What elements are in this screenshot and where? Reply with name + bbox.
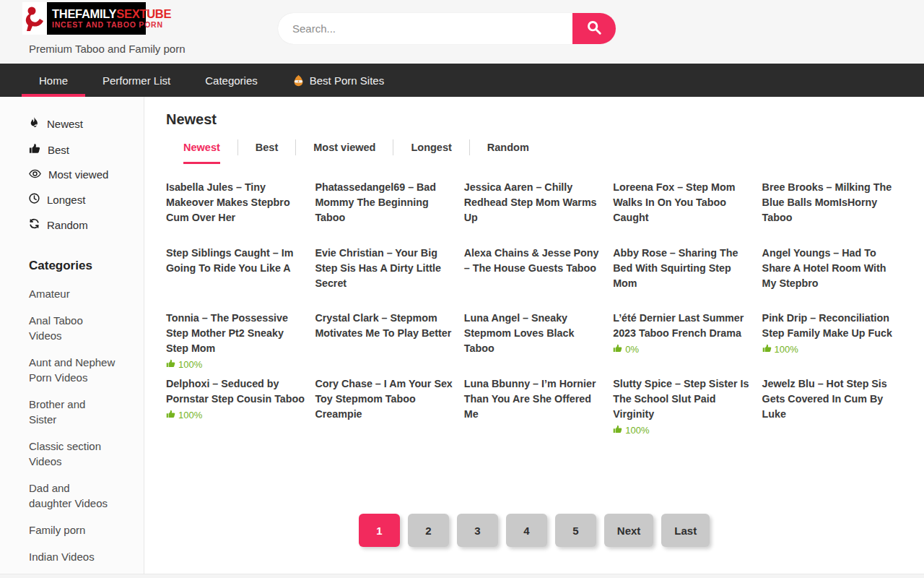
video-title: Delphoxi – Seduced by Pornstar Step Cous… [166,376,306,407]
clock-icon [29,193,40,206]
video-card[interactable]: Jewelz Blu – Hot Step Sis Gets Covered I… [762,376,902,442]
search-bar [278,13,616,44]
video-card[interactable]: Step Siblings Caught – Im Going To Ride … [166,246,306,311]
sidebar-category-link[interactable]: Anal Taboo Videos [29,313,116,343]
search-input[interactable] [278,13,572,44]
thumbs-up-icon [29,143,40,156]
video-card[interactable]: Crystal Clark – Stepmom Motivates Me To … [315,311,455,376]
eye-icon [29,168,41,181]
sort-tab[interactable]: Newest [166,139,238,155]
pagination-button[interactable]: 2 [408,514,449,547]
sort-tab-label: Longest [411,142,451,153]
sort-tab-label: Newest [183,139,220,164]
pagination-button[interactable]: Last [661,514,710,547]
logo-subtitle: INCEST AND TABOO PORN [52,20,171,30]
logo-figure-icon [22,2,47,35]
video-rating: 0% [613,344,753,355]
video-title: Phatassedangel69 – Bad Mommy The Beginni… [315,180,455,225]
logo-text: THEFAMILYSEXTUBE INCEST AND TABOO PORN [47,2,175,35]
site-logo[interactable]: THEFAMILYSEXTUBE INCEST AND TABOO PORN [22,2,146,35]
video-title: Isabella Jules – Tiny Makeover Makes Ste… [166,180,306,225]
video-rating-value: 100% [178,410,202,420]
sort-tab-label: Random [487,142,529,153]
nav-item-performer-list[interactable]: Performer List [85,64,188,97]
video-card[interactable]: L’été Dernier Last Summer 2023 Taboo Fre… [613,311,753,376]
video-card[interactable]: Tonnia – The Possessive Step Mother Pt2 … [166,311,306,376]
nav-label: Performer List [103,74,170,87]
video-title: Evie Christian – Your Big Step Sis Has A… [315,246,455,291]
video-rating-value: 100% [775,344,798,355]
nav-label: Best Porn Sites [310,74,384,87]
sort-tab[interactable]: Longest [393,139,469,155]
nav-label: Categories [205,74,258,87]
cool-face-icon [292,74,305,87]
nav-label: Home [39,74,68,87]
sidebar-category-link[interactable]: Aunt and Nephew Porn Videos [29,355,116,385]
categories-heading: Categories [29,259,136,273]
video-card[interactable]: Delphoxi – Seduced by Pornstar Step Cous… [166,376,306,442]
sidebar-category-link[interactable]: Dad and daughter Videos [29,480,116,511]
video-title: Luna Bbunny – I’m Hornier Than You Are S… [464,376,604,422]
sidebar-item-longest[interactable]: Longest [29,193,136,206]
video-card[interactable]: Abby Rose – Sharing The Bed With Squirti… [613,246,753,311]
sidebar-category-link[interactable]: Amateur [29,286,116,301]
sidebar-item-label: Most viewed [48,168,108,181]
video-rating: 100% [166,359,306,370]
site-header: THEFAMILYSEXTUBE INCEST AND TABOO PORN P… [0,0,924,64]
footer-strip [0,574,924,578]
pagination-button[interactable]: 5 [555,514,596,547]
video-rating-value: 100% [178,359,202,370]
nav-item-categories[interactable]: Categories [188,64,275,97]
video-title: Abby Rose – Sharing The Bed With Squirti… [613,246,753,291]
video-card[interactable]: Evie Christian – Your Big Step Sis Has A… [315,246,455,311]
flame-icon [29,117,40,131]
main-nav: Home Performer List Categories Best Porn… [0,64,924,97]
video-card[interactable]: Luna Angel – Sneaky Stepmom Loves Black … [464,311,604,376]
video-card[interactable]: Pink Drip – Reconciliation Step Family M… [762,311,902,376]
video-card[interactable]: Luna Bbunny – I’m Hornier Than You Are S… [464,376,604,442]
nav-item-best-porn-sites[interactable]: Best Porn Sites [275,64,401,97]
sidebar-category-link[interactable]: Classic section Videos [29,439,116,469]
sort-tab[interactable]: Random [470,139,546,155]
sidebar-category-link[interactable]: Brother and Sister [29,397,116,427]
video-title: Tonnia – The Possessive Step Mother Pt2 … [166,311,306,356]
pagination-button[interactable]: 3 [457,514,498,547]
thumbs-up-icon [613,425,622,436]
video-card[interactable]: Bree Brooks – Milking The Blue Balls Mom… [762,180,902,246]
nav-item-home[interactable]: Home [22,64,85,97]
video-rating-value: 100% [625,425,649,436]
video-card[interactable]: Phatassedangel69 – Bad Mommy The Beginni… [315,180,455,246]
video-card[interactable]: Isabella Jules – Tiny Makeover Makes Ste… [166,180,306,246]
sidebar-category-link[interactable]: Family porn [29,522,116,538]
sort-tab-label: Best [256,142,278,153]
video-title: Angel Youngs – Had To Share A Hotel Room… [762,246,902,291]
sidebar-item-label: Newest [47,118,83,130]
sidebar-item-random[interactable]: Random [29,218,136,231]
video-title: Step Siblings Caught – Im Going To Ride … [166,246,306,276]
video-title: Loreena Fox – Step Mom Walks In On You T… [613,180,753,225]
video-title: Luna Angel – Sneaky Stepmom Loves Black … [464,311,604,356]
search-button[interactable] [572,13,616,44]
video-card[interactable]: Slutty Spice – Step Sister Is The School… [613,376,753,442]
video-title: Alexa Chains & Jesse Pony – The House Gu… [464,246,604,276]
sidebar-item-best[interactable]: Best [29,143,136,156]
categories-list: Amateur Anal Taboo Videos Aunt and Nephe… [29,286,136,578]
pagination-button[interactable]: Next [604,514,654,547]
sidebar-item-most-viewed[interactable]: Most viewed [29,168,136,181]
pagination-button[interactable]: 4 [506,514,547,547]
refresh-icon [29,218,40,231]
sidebar-category-link[interactable]: Indian Videos [29,549,116,564]
sort-tab[interactable]: Best [238,139,296,155]
video-card[interactable]: Loreena Fox – Step Mom Walks In On You T… [613,180,753,246]
video-title: Cory Chase – I Am Your Sex Toy Stepmom T… [315,376,455,422]
video-card[interactable]: Angel Youngs – Had To Share A Hotel Room… [762,246,902,311]
video-card[interactable]: Cory Chase – I Am Your Sex Toy Stepmom T… [315,376,455,442]
video-title: L’été Dernier Last Summer 2023 Taboo Fre… [613,311,753,341]
pagination-button[interactable]: 1 [359,514,400,547]
video-card[interactable]: Jessica Aaren – Chilly Redhead Step Mom … [464,180,604,246]
sort-tab[interactable]: Most viewed [296,139,393,155]
sort-tabs: Newest Best Most viewed Longest Random [166,139,902,155]
video-card[interactable]: Alexa Chains & Jesse Pony – The House Gu… [464,246,604,311]
site-tagline: Premium Taboo and Family porn [29,43,186,55]
sidebar-item-newest[interactable]: Newest [29,117,136,131]
